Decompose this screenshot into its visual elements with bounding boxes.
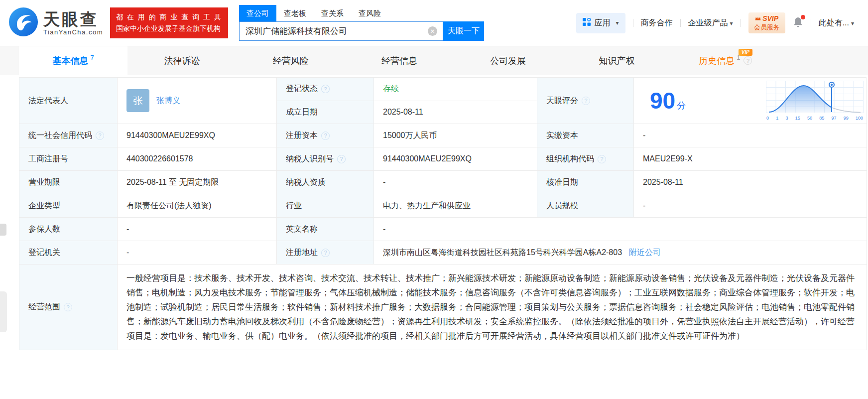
help-icon[interactable]: [321, 132, 330, 140]
tab-count: 7: [91, 54, 94, 61]
nav-business-cooperation[interactable]: 商务合作: [641, 18, 673, 28]
tianyancha-logo[interactable]: 天眼查 TianYanCha.com: [8, 6, 103, 39]
score-distribution-chart: 01 315 5085 9799 100: [766, 81, 864, 121]
value-staff-size: -: [634, 194, 867, 218]
basic-info-table: 法定代表人 张 张博义 登记状态 成立日期 存续 2025-08-11 天眼评分…: [19, 77, 867, 350]
help-icon[interactable]: [598, 155, 606, 163]
divider: [633, 19, 633, 27]
divider: [741, 19, 741, 27]
header: 天眼查 TianYanCha.com 都 在 用 的 商 业 查 询 工 具 国…: [0, 0, 868, 46]
tab-business-info[interactable]: 经营信息: [345, 46, 454, 75]
label-industry: 行业: [277, 194, 374, 218]
label-reg-status: 登记状态: [277, 78, 374, 101]
value-business-term: 2025-08-11 至 无固定期限: [118, 171, 277, 194]
value-reg-capital: 15000万人民币: [374, 124, 537, 147]
search-tab-risk[interactable]: 查风险: [351, 5, 388, 21]
divider: [680, 19, 681, 27]
label-paid-capital: 实缴资本: [537, 124, 634, 147]
tyc-score-cell: 90分: [634, 78, 867, 124]
crown-icon: [755, 14, 761, 23]
value-insured-count: -: [118, 218, 277, 241]
side-toolbar[interactable]: [0, 291, 7, 332]
label-org-code: 组织机构代码: [537, 147, 634, 171]
help-icon[interactable]: [64, 303, 72, 311]
label-credit-code: 统一社会信用代码: [19, 124, 118, 147]
value-paid-capital: -: [634, 124, 867, 147]
search-area: 查公司 查老板 查关系 查风险 天眼一下: [239, 5, 485, 41]
value-establish-date: 2025-08-11: [374, 101, 537, 125]
apps-menu-button[interactable]: 应用: [576, 13, 625, 33]
value-taxpayer-quality: -: [374, 171, 537, 194]
logo-swirl-icon: [8, 6, 39, 39]
help-icon[interactable]: [582, 97, 590, 105]
search-tabs: 查公司 查老板 查关系 查风险: [239, 5, 485, 21]
legal-rep-cell: 张 张博义: [118, 78, 277, 124]
apps-label: 应用: [595, 18, 611, 28]
slogan-line1: 都 在 用 的 商 业 查 询 工 具: [116, 11, 222, 23]
vip-tag: VIP: [739, 49, 752, 56]
tab-history-info[interactable]: VIP 历史信息1: [671, 46, 780, 75]
label-reg-capital: 注册资本: [277, 124, 374, 147]
value-industry: 电力、热力生产和供应业: [374, 194, 537, 218]
nav-enterprise-products[interactable]: 企业级产品: [688, 18, 733, 28]
value-approval-date: 2025-08-11: [634, 171, 867, 194]
legal-rep-avatar[interactable]: 张: [126, 89, 149, 112]
label-tyc-score: 天眼评分: [537, 78, 634, 124]
tab-company-development[interactable]: 公司发展: [454, 46, 562, 75]
label-company-type: 企业类型: [19, 194, 118, 218]
notification-bell-button[interactable]: [793, 16, 803, 30]
value-company-type: 有限责任公司(法人独资): [118, 194, 277, 218]
label-reg-authority: 登记机关: [19, 241, 118, 265]
logo-title: 天眼查: [43, 10, 103, 28]
nearby-companies-link[interactable]: 附近公司: [629, 248, 661, 258]
search-box: [239, 21, 443, 41]
tab-basic-info[interactable]: 基本信息7: [19, 46, 127, 75]
nav-user-menu[interactable]: 此处有...: [819, 18, 854, 28]
label-establish-date: 成立日期: [277, 101, 374, 125]
search-tab-boss[interactable]: 查老板: [276, 5, 314, 21]
logo-domain: TianYanCha.com: [43, 28, 103, 36]
label-reg-number: 工商注册号: [19, 147, 118, 171]
value-credit-code: 91440300MAEU2E99XQ: [118, 124, 277, 147]
value-reg-status: 存续: [374, 78, 537, 101]
value-business-scope: 一般经营项目是：技术服务、技术开发、技术咨询、技术交流、技术转让、技术推广；新兴…: [118, 265, 867, 350]
search-tab-company[interactable]: 查公司: [239, 5, 276, 21]
label-reg-address: 注册地址: [277, 241, 374, 265]
value-taxpayer-id: 91440300MAEU2E99XQ: [374, 147, 537, 171]
score-unit: 分: [677, 101, 686, 111]
legal-rep-link[interactable]: 张博义: [156, 96, 180, 106]
label-taxpayer-quality: 纳税人资质: [277, 171, 374, 194]
label-business-scope: 经营范围: [19, 265, 118, 350]
svip-label: SVIP: [762, 14, 778, 23]
brand-slogan-badge: 都 在 用 的 商 业 查 询 工 具 国家中小企业发展子基金旗下机构: [110, 7, 228, 38]
value-reg-number: 440300226601578: [118, 147, 277, 171]
label-legal-rep: 法定代表人: [19, 78, 118, 124]
score-value: 90: [650, 88, 675, 114]
search-input[interactable]: [240, 22, 443, 40]
value-reg-address: 深圳市南山区粤海街道科技园社区科苑路15号科兴科学园A栋A2-803 附近公司: [374, 241, 867, 265]
search-button[interactable]: 天眼一下: [443, 21, 484, 41]
tab-operating-risk[interactable]: 经营风险: [237, 46, 345, 75]
help-icon[interactable]: [744, 56, 752, 65]
label-approval-date: 核准日期: [537, 171, 634, 194]
label-insured-count: 参保人数: [19, 218, 118, 241]
clear-search-icon[interactable]: [428, 26, 437, 36]
tab-intellectual-property[interactable]: 知识产权: [562, 46, 671, 75]
search-tab-relation[interactable]: 查关系: [314, 5, 351, 21]
top-nav: 应用 商务合作 企业级产品 SVIP 会员服务 此: [576, 12, 868, 33]
section-tabbar: 基本信息7 法律诉讼 经营风险 经营信息 公司发展 知识产权 VIP 历史信息1: [0, 46, 868, 75]
label-business-term: 营业期限: [19, 171, 118, 194]
help-icon[interactable]: [321, 85, 330, 93]
tab-legal-litigation[interactable]: 法律诉讼: [127, 46, 236, 75]
value-org-code: MAEU2E99-X: [634, 147, 867, 171]
divider: [811, 19, 811, 27]
help-icon[interactable]: [96, 132, 104, 140]
help-icon[interactable]: [321, 249, 330, 257]
vip-service-label: 会员服务: [754, 23, 780, 31]
side-widget-handle[interactable]: [0, 224, 6, 236]
notification-dot: [801, 15, 805, 19]
svip-member-button[interactable]: SVIP 会员服务: [748, 12, 785, 33]
score-axis-labels: 01 315 5085 9799 100: [766, 116, 864, 121]
help-icon[interactable]: [337, 155, 346, 163]
apps-grid-icon: [583, 18, 591, 28]
